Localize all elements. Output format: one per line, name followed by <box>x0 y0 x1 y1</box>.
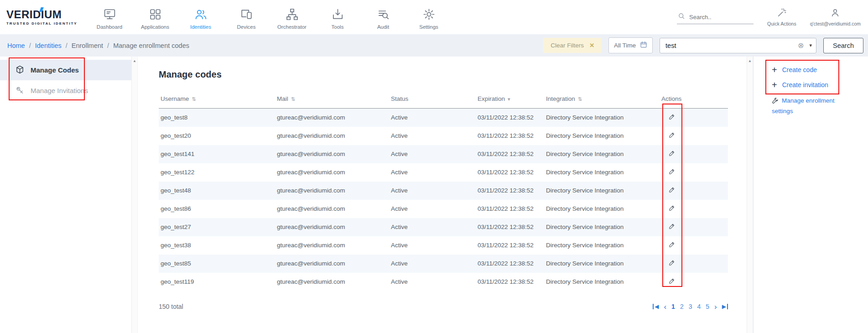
table-row: geo_test38gtureac@veridiumid.comActive03… <box>159 236 728 255</box>
cell-expiration: 03/11/2022 12:38:52 <box>476 182 544 200</box>
edit-pencil-icon[interactable] <box>668 204 676 213</box>
create-invitation-button[interactable]: + Create invitation <box>772 81 868 88</box>
nav-item-tools[interactable]: Tools <box>315 7 360 30</box>
breadcrumb-item-enrollment: Enrollment <box>72 42 103 49</box>
edit-pencil-icon[interactable] <box>668 241 676 250</box>
sidebar-item-manage-codes[interactable]: Manage Codes <box>0 60 131 80</box>
cell-username: geo_test86 <box>159 200 275 218</box>
pagination-next-icon[interactable]: › <box>714 303 717 311</box>
column-header-mail[interactable]: Mail⇅ <box>275 91 389 109</box>
sidebar-items: Manage CodesManage Invitations <box>0 60 131 101</box>
sidebar: Manage CodesManage Invitations <box>0 57 131 333</box>
cell-mail: gtureac@veridiumid.com <box>275 127 389 145</box>
cell-mail: gtureac@veridiumid.com <box>275 182 389 200</box>
clear-filters-button[interactable]: Clear Filters ✕ <box>543 38 602 53</box>
edit-pencil-icon[interactable] <box>668 168 676 177</box>
sidebar-item-manage-invitations[interactable]: Manage Invitations <box>0 80 131 101</box>
plus-icon: + <box>772 82 777 88</box>
nav-item-dashboard[interactable]: Dashboard <box>87 7 132 30</box>
quick-actions-button[interactable]: Quick Actions <box>767 8 796 26</box>
cell-integration: Directory Service Integration <box>544 200 660 218</box>
cell-mail: gtureac@veridiumid.com <box>275 109 389 127</box>
chevron-down-icon[interactable]: ▾ <box>810 42 812 48</box>
pagination-page-4[interactable]: 4 <box>697 303 701 310</box>
global-search[interactable] <box>677 10 754 24</box>
cell-username: geo_test141 <box>159 145 275 163</box>
breadcrumb-item-home[interactable]: Home <box>7 42 25 49</box>
user-icon <box>830 8 840 19</box>
sidebar-scrollbar[interactable]: ▲ <box>131 57 138 333</box>
nav-item-orchestrator[interactable]: Orchestrator <box>269 7 315 30</box>
logo-name: VERIDIUM <box>6 9 62 20</box>
edit-pencil-icon[interactable] <box>668 277 676 286</box>
pagination-prev-icon[interactable]: ‹ <box>664 303 666 311</box>
column-header-expiration[interactable]: Expiration▾ <box>476 91 544 109</box>
actions-panel: + Create code + Create invitation Manage… <box>753 57 868 333</box>
cell-integration: Directory Service Integration <box>544 163 660 182</box>
pagination-page-2[interactable]: 2 <box>680 303 684 310</box>
global-search-input[interactable] <box>689 14 746 21</box>
pagination-page-3[interactable]: 3 <box>689 303 692 310</box>
table-row: geo_test48gtureac@veridiumid.comActive03… <box>159 182 728 200</box>
table-row: geo_test27gtureac@veridiumid.comActive03… <box>159 218 728 236</box>
user-menu[interactable]: q'ctest@veridiumid.com <box>810 8 861 26</box>
breadcrumb-item-identities[interactable]: Identities <box>35 42 62 49</box>
edit-pencil-icon[interactable] <box>668 259 676 268</box>
pagination-last-icon[interactable]: ▶ <box>722 304 728 309</box>
cell-status: Active <box>389 145 476 163</box>
cell-actions <box>660 109 728 127</box>
clear-input-icon[interactable]: ⊗ <box>798 41 804 50</box>
cell-mail: gtureac@veridiumid.com <box>275 236 389 255</box>
time-filter-button[interactable]: All Time <box>608 37 653 53</box>
invitations-icon <box>16 86 24 96</box>
quick-actions-label: Quick Actions <box>767 21 796 26</box>
sort-icon: ⇅ <box>192 96 196 102</box>
cell-expiration: 03/11/2022 12:38:52 <box>476 218 544 236</box>
filter-search-input[interactable] <box>665 42 798 49</box>
nav-item-applications[interactable]: Applications <box>132 7 178 30</box>
create-code-button[interactable]: + Create code <box>772 66 868 73</box>
time-filter-label: All Time <box>614 42 636 49</box>
cell-username: geo_test48 <box>159 182 275 200</box>
column-header-username[interactable]: Username⇅ <box>159 91 275 109</box>
cell-status: Active <box>389 236 476 255</box>
nav-item-devices[interactable]: Devices <box>223 7 269 30</box>
filter-search-box: ⊗ ▾ <box>660 38 816 53</box>
table-row: geo_test119gtureac@veridiumid.comActive0… <box>159 273 728 291</box>
column-header-integration[interactable]: Integration⇅ <box>544 91 660 109</box>
close-icon: ✕ <box>589 42 594 49</box>
pagination-first-icon[interactable]: ◀ <box>653 304 659 309</box>
codes-table-wrap: Username⇅Mail⇅StatusExpiration▾Integrati… <box>159 91 728 291</box>
cell-actions <box>660 163 728 182</box>
audit-icon <box>377 7 390 21</box>
cell-mail: gtureac@veridiumid.com <box>275 200 389 218</box>
filter-controls: Clear Filters ✕ All Time ⊗ ▾ Search <box>543 37 863 53</box>
main-scrollbar[interactable]: ▲ <box>747 57 753 333</box>
nav-item-label: Devices <box>237 24 256 30</box>
search-button[interactable]: Search <box>823 38 863 53</box>
codes-table: Username⇅Mail⇅StatusExpiration▾Integrati… <box>159 91 728 291</box>
pagination-page-1[interactable]: 1 <box>671 303 675 310</box>
cell-expiration: 03/11/2022 12:38:52 <box>476 163 544 182</box>
nav-right: Quick Actions q'ctest@veridiumid.com <box>677 8 868 26</box>
nav-item-settings[interactable]: Settings <box>406 7 452 30</box>
edit-pencil-icon[interactable] <box>668 131 676 140</box>
cell-username: geo_test85 <box>159 255 275 273</box>
edit-pencil-icon[interactable] <box>668 150 676 159</box>
edit-pencil-icon[interactable] <box>668 186 676 195</box>
cell-integration: Directory Service Integration <box>544 273 660 291</box>
edit-pencil-icon[interactable] <box>668 223 676 232</box>
nav-item-audit[interactable]: Audit <box>360 7 406 30</box>
cell-expiration: 03/11/2022 12:38:52 <box>476 127 544 145</box>
cell-actions <box>660 127 728 145</box>
nav-item-label: Tools <box>332 24 344 30</box>
nav-item-identities[interactable]: Identities <box>178 7 223 30</box>
pagination-page-5[interactable]: 5 <box>706 303 709 310</box>
search-icon <box>678 12 685 21</box>
edit-pencil-icon[interactable] <box>668 113 676 122</box>
cell-expiration: 03/11/2022 12:38:52 <box>476 236 544 255</box>
manage-enrollment-settings-link[interactable]: Manage enrollment settings <box>772 96 850 116</box>
nav-item-label: Identities <box>190 24 211 30</box>
nav-item-label: Dashboard <box>97 24 122 30</box>
nav-item-label: Settings <box>419 24 438 30</box>
